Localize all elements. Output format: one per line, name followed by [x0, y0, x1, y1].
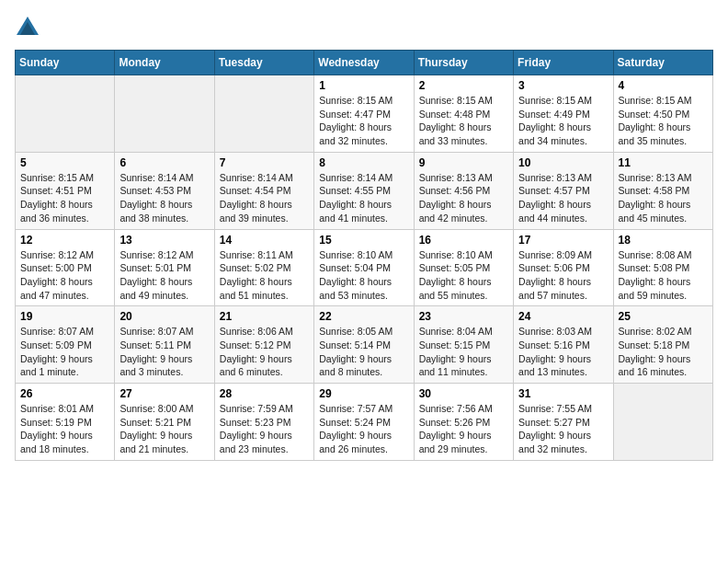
day-info: Sunrise: 8:07 AM Sunset: 5:11 PM Dayligh… [119, 325, 209, 379]
calendar-cell: 31Sunrise: 7:55 AM Sunset: 5:27 PM Dayli… [514, 384, 613, 461]
day-info: Sunrise: 8:15 AM Sunset: 4:50 PM Dayligh… [619, 94, 708, 148]
day-info: Sunrise: 8:13 AM Sunset: 4:58 PM Dayligh… [619, 171, 708, 225]
calendar-cell: 9Sunrise: 8:13 AM Sunset: 4:56 PM Daylig… [414, 152, 513, 229]
day-info: Sunrise: 8:15 AM Sunset: 4:51 PM Dayligh… [20, 171, 109, 225]
day-number: 23 [419, 310, 508, 323]
day-number: 31 [518, 387, 608, 400]
calendar-week-row: 19Sunrise: 8:07 AM Sunset: 5:09 PM Dayli… [16, 306, 713, 384]
calendar-cell: 20Sunrise: 8:07 AM Sunset: 5:11 PM Dayli… [115, 306, 214, 384]
day-number: 6 [119, 156, 209, 169]
calendar-cell: 19Sunrise: 8:07 AM Sunset: 5:09 PM Dayli… [16, 306, 115, 384]
day-number: 7 [220, 156, 309, 169]
calendar-cell: 10Sunrise: 8:13 AM Sunset: 4:57 PM Dayli… [514, 152, 613, 229]
day-info: Sunrise: 8:06 AM Sunset: 5:12 PM Dayligh… [220, 325, 309, 379]
day-info: Sunrise: 8:03 AM Sunset: 5:16 PM Dayligh… [518, 325, 608, 379]
calendar-cell: 16Sunrise: 8:10 AM Sunset: 5:05 PM Dayli… [414, 229, 513, 306]
calendar-cell: 15Sunrise: 8:10 AM Sunset: 5:04 PM Dayli… [314, 229, 414, 306]
day-info: Sunrise: 8:10 AM Sunset: 5:04 PM Dayligh… [319, 248, 408, 303]
day-number: 2 [419, 79, 508, 92]
calendar-cell [16, 75, 115, 153]
day-info: Sunrise: 8:13 AM Sunset: 4:56 PM Dayligh… [419, 171, 508, 225]
day-info: Sunrise: 8:01 AM Sunset: 5:19 PM Dayligh… [20, 402, 109, 456]
calendar-cell: 27Sunrise: 8:00 AM Sunset: 5:21 PM Dayli… [115, 384, 214, 461]
day-info: Sunrise: 8:05 AM Sunset: 5:14 PM Dayligh… [319, 325, 408, 379]
day-info: Sunrise: 8:15 AM Sunset: 4:47 PM Dayligh… [319, 94, 408, 148]
day-number: 14 [220, 234, 309, 247]
day-number: 15 [319, 234, 408, 247]
calendar-cell: 18Sunrise: 8:08 AM Sunset: 5:08 PM Dayli… [613, 229, 712, 306]
day-info: Sunrise: 8:14 AM Sunset: 4:53 PM Dayligh… [119, 171, 209, 225]
calendar-cell: 4Sunrise: 8:15 AM Sunset: 4:50 PM Daylig… [613, 75, 712, 153]
calendar-week-row: 1Sunrise: 8:15 AM Sunset: 4:47 PM Daylig… [16, 75, 713, 153]
calendar-cell: 30Sunrise: 7:56 AM Sunset: 5:26 PM Dayli… [414, 384, 513, 461]
day-number: 5 [20, 156, 109, 169]
day-info: Sunrise: 8:00 AM Sunset: 5:21 PM Dayligh… [119, 402, 209, 456]
calendar-cell [115, 75, 214, 153]
calendar-cell: 23Sunrise: 8:04 AM Sunset: 5:15 PM Dayli… [414, 306, 513, 384]
header-thursday: Thursday [414, 51, 513, 75]
day-info: Sunrise: 8:15 AM Sunset: 4:49 PM Dayligh… [518, 94, 608, 148]
calendar-cell: 14Sunrise: 8:11 AM Sunset: 5:02 PM Dayli… [214, 229, 313, 306]
day-number: 21 [220, 310, 309, 323]
page-header [15, 15, 713, 40]
day-info: Sunrise: 8:13 AM Sunset: 4:57 PM Dayligh… [518, 171, 608, 225]
day-info: Sunrise: 7:56 AM Sunset: 5:26 PM Dayligh… [419, 402, 508, 456]
calendar-cell: 13Sunrise: 8:12 AM Sunset: 5:01 PM Dayli… [115, 229, 214, 306]
header-monday: Monday [115, 51, 214, 75]
day-info: Sunrise: 8:08 AM Sunset: 5:08 PM Dayligh… [619, 248, 708, 303]
calendar-table: SundayMondayTuesdayWednesdayThursdayFrid… [15, 50, 713, 461]
calendar-cell: 8Sunrise: 8:14 AM Sunset: 4:55 PM Daylig… [314, 152, 414, 229]
day-number: 30 [419, 387, 508, 400]
calendar-cell: 6Sunrise: 8:14 AM Sunset: 4:53 PM Daylig… [115, 152, 214, 229]
day-info: Sunrise: 8:12 AM Sunset: 5:01 PM Dayligh… [119, 248, 209, 303]
day-info: Sunrise: 8:11 AM Sunset: 5:02 PM Dayligh… [220, 248, 309, 303]
day-info: Sunrise: 8:14 AM Sunset: 4:55 PM Dayligh… [319, 171, 408, 225]
logo [15, 15, 44, 40]
calendar-cell: 3Sunrise: 8:15 AM Sunset: 4:49 PM Daylig… [514, 75, 613, 153]
day-info: Sunrise: 8:04 AM Sunset: 5:15 PM Dayligh… [419, 325, 508, 379]
calendar-cell: 11Sunrise: 8:13 AM Sunset: 4:58 PM Dayli… [613, 152, 712, 229]
calendar-cell [613, 384, 712, 461]
day-info: Sunrise: 8:02 AM Sunset: 5:18 PM Dayligh… [619, 325, 708, 379]
day-number: 16 [419, 234, 508, 247]
day-number: 18 [619, 234, 708, 247]
calendar-week-row: 12Sunrise: 8:12 AM Sunset: 5:00 PM Dayli… [16, 229, 713, 306]
calendar-cell: 7Sunrise: 8:14 AM Sunset: 4:54 PM Daylig… [214, 152, 313, 229]
day-info: Sunrise: 7:57 AM Sunset: 5:24 PM Dayligh… [319, 402, 408, 456]
day-number: 4 [619, 79, 708, 92]
calendar-cell: 1Sunrise: 8:15 AM Sunset: 4:47 PM Daylig… [314, 75, 414, 153]
day-number: 19 [20, 310, 109, 323]
day-info: Sunrise: 7:59 AM Sunset: 5:23 PM Dayligh… [220, 402, 309, 456]
day-number: 9 [419, 156, 508, 169]
header-wednesday: Wednesday [314, 51, 414, 75]
day-number: 20 [119, 310, 209, 323]
day-number: 3 [518, 79, 608, 92]
calendar-cell: 17Sunrise: 8:09 AM Sunset: 5:06 PM Dayli… [514, 229, 613, 306]
calendar-cell: 22Sunrise: 8:05 AM Sunset: 5:14 PM Dayli… [314, 306, 414, 384]
calendar-cell: 25Sunrise: 8:02 AM Sunset: 5:18 PM Dayli… [613, 306, 712, 384]
day-number: 29 [319, 387, 408, 400]
calendar-cell: 2Sunrise: 8:15 AM Sunset: 4:48 PM Daylig… [414, 75, 513, 153]
logo-icon [15, 15, 40, 40]
header-friday: Friday [514, 51, 613, 75]
day-number: 13 [119, 234, 209, 247]
day-info: Sunrise: 8:14 AM Sunset: 4:54 PM Dayligh… [220, 171, 309, 225]
day-number: 25 [619, 310, 708, 323]
day-number: 24 [518, 310, 608, 323]
day-number: 22 [319, 310, 408, 323]
header-saturday: Saturday [613, 51, 712, 75]
day-info: Sunrise: 7:55 AM Sunset: 5:27 PM Dayligh… [518, 402, 608, 456]
calendar-header-row: SundayMondayTuesdayWednesdayThursdayFrid… [16, 51, 713, 75]
header-tuesday: Tuesday [214, 51, 313, 75]
calendar-cell: 12Sunrise: 8:12 AM Sunset: 5:00 PM Dayli… [16, 229, 115, 306]
day-number: 27 [119, 387, 209, 400]
calendar-week-row: 5Sunrise: 8:15 AM Sunset: 4:51 PM Daylig… [16, 152, 713, 229]
calendar-cell: 29Sunrise: 7:57 AM Sunset: 5:24 PM Dayli… [314, 384, 414, 461]
day-number: 12 [20, 234, 109, 247]
calendar-week-row: 26Sunrise: 8:01 AM Sunset: 5:19 PM Dayli… [16, 384, 713, 461]
day-number: 28 [220, 387, 309, 400]
calendar-cell: 28Sunrise: 7:59 AM Sunset: 5:23 PM Dayli… [214, 384, 313, 461]
day-info: Sunrise: 8:10 AM Sunset: 5:05 PM Dayligh… [419, 248, 508, 303]
day-info: Sunrise: 8:12 AM Sunset: 5:00 PM Dayligh… [20, 248, 109, 303]
day-number: 8 [319, 156, 408, 169]
